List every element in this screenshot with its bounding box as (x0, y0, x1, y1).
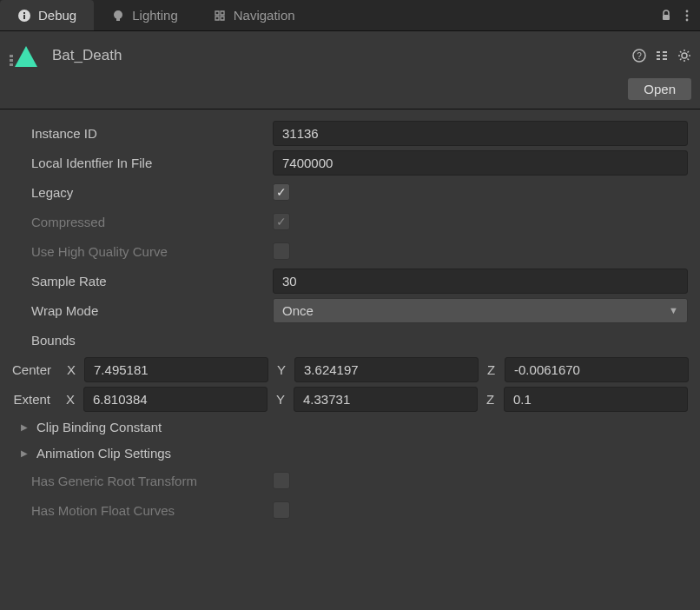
bounds-center-x[interactable] (84, 357, 268, 382)
svg-rect-2 (23, 12, 25, 14)
svg-rect-18 (663, 55, 667, 56)
tab-lighting[interactable]: Lighting (94, 0, 195, 30)
bounds-extent-z[interactable] (504, 387, 688, 412)
bounds-center-z[interactable] (505, 357, 689, 382)
bounds-extent-x[interactable] (83, 387, 267, 412)
svg-rect-9 (10, 55, 13, 57)
bounds-extent-y[interactable] (294, 387, 478, 412)
navigation-icon (213, 9, 227, 23)
instance-id-label: Instance ID (12, 126, 273, 141)
animation-clip-icon (9, 38, 43, 73)
axis-x-label: X (66, 392, 78, 407)
wrap-mode-label: Wrap Mode (12, 303, 273, 318)
svg-rect-1 (23, 15, 25, 19)
bounds-center-label: Center (12, 362, 67, 377)
tab-lighting-label: Lighting (132, 8, 178, 23)
svg-rect-16 (657, 58, 660, 60)
svg-point-6 (686, 10, 689, 12)
tab-navigation[interactable]: Navigation (195, 0, 313, 30)
svg-point-3 (114, 10, 122, 19)
hq-curve-label: Use High Quality Curve (12, 244, 273, 259)
instance-id-input[interactable] (273, 121, 688, 146)
svg-line-28 (688, 51, 690, 53)
anim-settings-label: Animation Clip Settings (36, 446, 171, 461)
help-icon[interactable]: ? (632, 49, 646, 63)
svg-point-7 (686, 14, 689, 17)
svg-rect-10 (10, 59, 13, 62)
svg-line-27 (680, 59, 682, 61)
svg-rect-15 (657, 55, 660, 56)
lightbulb-icon (111, 9, 125, 23)
chevron-down-icon: ▼ (669, 305, 678, 315)
has-motion-float-label: Has Motion Float Curves (12, 503, 273, 518)
svg-rect-19 (663, 58, 667, 60)
has-generic-root-label: Has Generic Root Transform (12, 474, 273, 488)
clip-binding-label: Clip Binding Constant (36, 420, 162, 434)
has-generic-root-checkbox (273, 472, 290, 489)
has-motion-float-checkbox (273, 501, 290, 519)
legacy-label: Legacy (12, 185, 273, 200)
svg-line-26 (688, 59, 690, 61)
kebab-menu-icon[interactable] (684, 10, 690, 22)
tab-bar: Debug Lighting Navigation (0, 0, 700, 31)
preset-icon[interactable] (655, 49, 669, 63)
axis-z-label: Z (486, 392, 499, 407)
gear-icon[interactable] (677, 49, 691, 63)
wrap-mode-value: Once (282, 303, 314, 318)
triangle-right-icon: ▶ (21, 422, 31, 432)
axis-z-label: Z (487, 362, 499, 377)
svg-rect-14 (657, 51, 660, 53)
asset-header: Bat_Death ? (0, 31, 700, 73)
asset-name: Bat_Death (52, 47, 122, 64)
bounds-label: Bounds (12, 333, 273, 348)
sample-rate-label: Sample Rate (12, 274, 273, 288)
svg-rect-5 (663, 15, 670, 20)
tab-debug-label: Debug (38, 8, 76, 23)
svg-rect-4 (116, 18, 120, 21)
local-id-input[interactable] (273, 150, 688, 176)
sample-rate-input[interactable] (273, 269, 688, 294)
foldout-clip-binding[interactable]: ▶ Clip Binding Constant (12, 414, 688, 440)
svg-point-20 (682, 53, 687, 58)
wrap-mode-select[interactable]: Once ▼ (273, 298, 688, 323)
inspector-body: Instance ID Local Identfier In File Lega… (0, 109, 700, 534)
legacy-checkbox[interactable]: ✓ (273, 183, 290, 201)
svg-rect-11 (10, 63, 13, 66)
svg-rect-17 (663, 51, 667, 53)
lock-icon[interactable] (660, 10, 672, 22)
bounds-center-y[interactable] (294, 357, 479, 382)
tab-navigation-label: Navigation (234, 8, 295, 23)
hq-curve-checkbox (273, 242, 290, 260)
bounds-extent-label: Extent (12, 392, 66, 407)
tab-debug[interactable]: Debug (0, 0, 94, 30)
axis-y-label: Y (277, 362, 289, 377)
open-button[interactable]: Open (628, 78, 691, 100)
svg-point-8 (686, 18, 689, 21)
svg-line-25 (680, 51, 682, 53)
foldout-anim-settings[interactable]: ▶ Animation Clip Settings (12, 440, 688, 466)
compressed-label: Compressed (12, 215, 273, 229)
compressed-checkbox: ✓ (273, 213, 290, 230)
info-icon (17, 9, 31, 23)
axis-x-label: X (67, 362, 79, 377)
triangle-right-icon: ▶ (21, 448, 31, 458)
axis-y-label: Y (276, 392, 288, 407)
svg-text:?: ? (637, 51, 642, 61)
local-id-label: Local Identfier In File (12, 156, 273, 170)
